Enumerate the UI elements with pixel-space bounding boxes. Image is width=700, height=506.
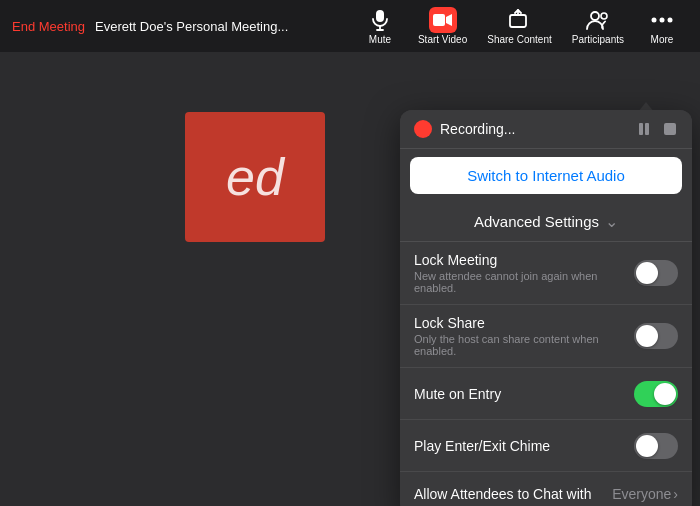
svg-point-9 (660, 17, 665, 22)
lock-share-content: Lock Share Only the host can share conte… (414, 315, 634, 357)
svg-rect-12 (645, 123, 649, 135)
share-content-button[interactable]: Share Content (479, 4, 560, 49)
svg-rect-0 (376, 10, 384, 22)
participants-icon (584, 8, 612, 32)
avatar-tile: ed (185, 112, 325, 242)
participants-label: Participants (572, 34, 624, 45)
stop-button[interactable] (662, 121, 678, 137)
lock-meeting-title: Lock Meeting (414, 252, 634, 268)
lock-share-title: Lock Share (414, 315, 634, 331)
more-label: More (651, 34, 674, 45)
lock-meeting-subtitle: New attendee cannot join again when enab… (414, 270, 634, 294)
video-label: Start Video (418, 34, 467, 45)
lock-share-row: Lock Share Only the host can share conte… (400, 305, 692, 368)
mute-on-entry-title: Mute on Entry (414, 386, 634, 402)
meeting-title: Everett Doe's Personal Meeting... (95, 19, 354, 34)
svg-rect-13 (664, 123, 676, 135)
mute-on-entry-toggle[interactable] (634, 381, 678, 407)
allow-chat-label: Allow Attendees to Chat with (414, 486, 612, 502)
video-icon (429, 8, 457, 32)
chevron-right-icon: › (673, 486, 678, 502)
toggle-thumb (654, 383, 676, 405)
recording-row: Recording... (400, 110, 692, 149)
lock-share-toggle[interactable] (634, 323, 678, 349)
more-button[interactable]: More (636, 4, 688, 49)
recording-controls (636, 121, 678, 137)
dropdown-panel: Recording... Switch to Internet Audio (400, 110, 692, 506)
top-bar: End Meeting Everett Doe's Personal Meeti… (0, 0, 700, 52)
share-icon (506, 8, 534, 32)
recording-indicator (414, 120, 432, 138)
participants-button[interactable]: Participants (564, 4, 632, 49)
mute-on-entry-row: Mute on Entry (400, 368, 692, 420)
chevron-down-icon: ⌄ (605, 212, 618, 231)
svg-point-10 (668, 17, 673, 22)
advanced-settings-row[interactable]: Advanced Settings ⌄ (400, 202, 692, 242)
main-content: ed Recording... (0, 52, 700, 506)
share-label: Share Content (487, 34, 552, 45)
lock-share-subtitle: Only the host can share content when ena… (414, 333, 634, 357)
toggle-thumb (636, 435, 658, 457)
chime-content: Play Enter/Exit Chime (414, 438, 634, 454)
pause-button[interactable] (636, 121, 652, 137)
toolbar: Mute Start Video (354, 4, 688, 49)
advanced-settings-label: Advanced Settings (474, 213, 599, 230)
svg-point-7 (601, 13, 607, 19)
avatar-initials: ed (226, 147, 284, 207)
svg-rect-3 (433, 14, 445, 26)
chime-title: Play Enter/Exit Chime (414, 438, 634, 454)
lock-meeting-row: Lock Meeting New attendee cannot join ag… (400, 242, 692, 305)
mute-icon (366, 8, 394, 32)
svg-point-6 (591, 12, 599, 20)
switch-audio-label: Switch to Internet Audio (467, 167, 625, 184)
mute-label: Mute (369, 34, 391, 45)
recording-text: Recording... (440, 121, 636, 137)
lock-meeting-toggle[interactable] (634, 260, 678, 286)
toggle-thumb (636, 262, 658, 284)
chime-row: Play Enter/Exit Chime (400, 420, 692, 472)
chime-toggle[interactable] (634, 433, 678, 459)
svg-rect-11 (639, 123, 643, 135)
toggle-thumb (636, 325, 658, 347)
end-meeting-button[interactable]: End Meeting (12, 19, 85, 34)
mute-on-entry-content: Mute on Entry (414, 386, 634, 402)
allow-chat-row[interactable]: Allow Attendees to Chat with Everyone › (400, 472, 692, 506)
switch-audio-button[interactable]: Switch to Internet Audio (410, 157, 682, 194)
svg-rect-4 (510, 15, 526, 27)
more-icon (648, 8, 676, 32)
lock-meeting-content: Lock Meeting New attendee cannot join ag… (414, 252, 634, 294)
start-video-button[interactable]: Start Video (410, 4, 475, 49)
svg-point-8 (652, 17, 657, 22)
allow-chat-value: Everyone (612, 486, 671, 502)
mute-button[interactable]: Mute (354, 4, 406, 49)
